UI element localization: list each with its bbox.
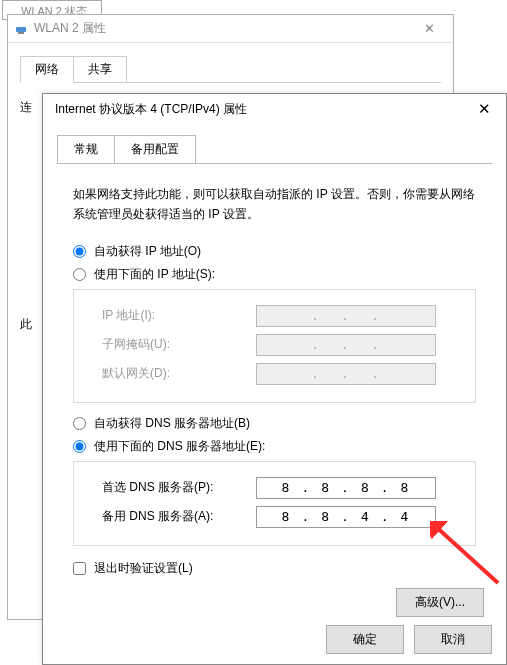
subnet-mask-input: ... — [256, 334, 436, 356]
radio-manual-dns[interactable]: 使用下面的 DNS 服务器地址(E): — [73, 438, 476, 455]
radio-manual-dns-label: 使用下面的 DNS 服务器地址(E): — [94, 438, 265, 455]
field-dns1-row: 首选 DNS 服务器(P): 8. 8. 8. 8 — [102, 477, 465, 499]
close-icon[interactable]: ✕ — [464, 100, 504, 118]
advanced-button[interactable]: 高级(V)... — [396, 588, 484, 617]
wlan-properties-titlebar: WLAN 2 属性 ✕ — [8, 15, 453, 43]
cancel-button[interactable]: 取消 — [414, 625, 492, 654]
field-mask-row: 子网掩码(U): ... — [102, 334, 465, 356]
radio-auto-dns[interactable]: 自动获得 DNS 服务器地址(B) — [73, 415, 476, 432]
validate-on-exit-label: 退出时验证设置(L) — [94, 560, 193, 577]
field-gateway-row: 默认网关(D): ... — [102, 363, 465, 385]
field-dns1-label: 首选 DNS 服务器(P): — [102, 479, 256, 496]
ipv4-properties-dialog: Internet 协议版本 4 (TCP/IPv4) 属性 ✕ 常规 备用配置 … — [42, 93, 507, 665]
ipv4-title: Internet 协议版本 4 (TCP/IPv4) 属性 — [55, 101, 464, 118]
dialog-footer: 确定 取消 — [326, 625, 492, 654]
alternate-dns-input[interactable]: 8. 8. 4. 4 — [256, 506, 436, 528]
wlan-properties-title: WLAN 2 属性 — [34, 20, 411, 37]
ip-address-group: 自动获得 IP 地址(O) 使用下面的 IP 地址(S): IP 地址(I): … — [67, 243, 482, 546]
svg-rect-1 — [18, 32, 24, 34]
description-text: 如果网络支持此功能，则可以获取自动指派的 IP 设置。否则，你需要从网络系统管理… — [63, 184, 486, 225]
radio-auto-dns-input[interactable] — [73, 417, 86, 430]
ok-button[interactable]: 确定 — [326, 625, 404, 654]
tab-network[interactable]: 网络 — [20, 56, 74, 83]
field-ip-label: IP 地址(I): — [102, 307, 256, 324]
radio-auto-dns-label: 自动获得 DNS 服务器地址(B) — [94, 415, 250, 432]
field-dns2-label: 备用 DNS 服务器(A): — [102, 508, 256, 525]
field-dns2-row: 备用 DNS 服务器(A): 8. 8. 4. 4 — [102, 506, 465, 528]
validate-on-exit-row[interactable]: 退出时验证设置(L) — [73, 560, 482, 577]
radio-auto-ip[interactable]: 自动获得 IP 地址(O) — [73, 243, 476, 260]
gateway-input: ... — [256, 363, 436, 385]
radio-manual-ip-input[interactable] — [73, 268, 86, 281]
close-icon[interactable]: ✕ — [411, 21, 447, 36]
field-ip-row: IP 地址(I): ... — [102, 305, 465, 327]
radio-manual-ip[interactable]: 使用下面的 IP 地址(S): — [73, 266, 476, 283]
wlan-properties-tabs: 网络 共享 — [8, 43, 453, 82]
tab-alt-config[interactable]: 备用配置 — [115, 135, 196, 164]
radio-auto-ip-label: 自动获得 IP 地址(O) — [94, 243, 201, 260]
network-adapter-icon — [14, 22, 28, 36]
tab-sharing[interactable]: 共享 — [74, 56, 127, 83]
radio-auto-ip-input[interactable] — [73, 245, 86, 258]
ipv4-body: 如果网络支持此功能，则可以获取自动指派的 IP 设置。否则，你需要从网络系统管理… — [57, 163, 492, 631]
radio-manual-ip-label: 使用下面的 IP 地址(S): — [94, 266, 215, 283]
field-gateway-label: 默认网关(D): — [102, 365, 256, 382]
ipv4-titlebar: Internet 协议版本 4 (TCP/IPv4) 属性 ✕ — [43, 94, 506, 124]
preferred-dns-input[interactable]: 8. 8. 8. 8 — [256, 477, 436, 499]
field-mask-label: 子网掩码(U): — [102, 336, 256, 353]
tab-general[interactable]: 常规 — [57, 135, 115, 164]
svg-rect-0 — [16, 27, 26, 32]
radio-manual-dns-input[interactable] — [73, 440, 86, 453]
validate-on-exit-checkbox[interactable] — [73, 562, 86, 575]
ipv4-tabs: 常规 备用配置 — [43, 124, 506, 163]
ip-address-input: ... — [256, 305, 436, 327]
